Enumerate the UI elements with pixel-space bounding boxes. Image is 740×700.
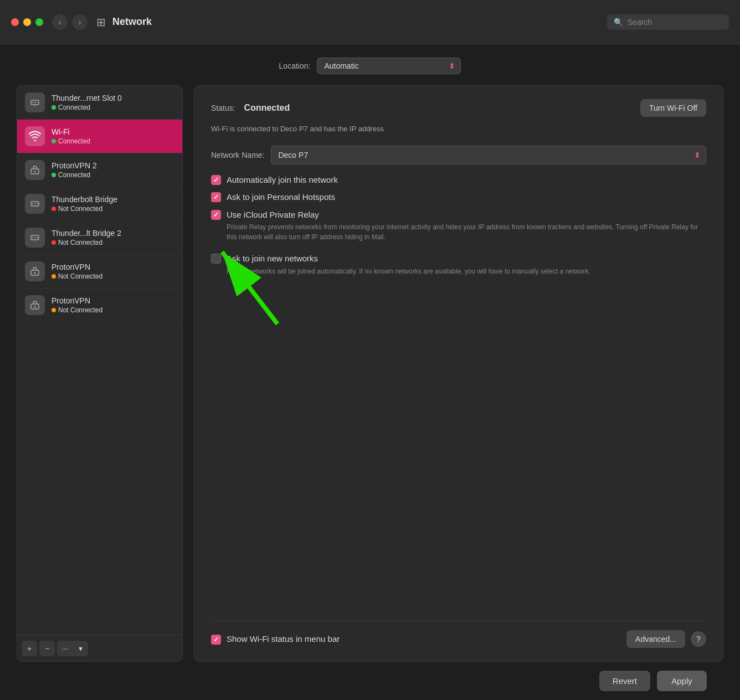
search-input[interactable]	[628, 18, 722, 27]
network-name-label: Network Name:	[211, 151, 264, 159]
revert-button[interactable]: Revert	[599, 671, 650, 691]
thunderbolt-bridge2-status: Not Connected	[52, 239, 174, 246]
checkmark: ✓	[213, 211, 219, 219]
add-network-button[interactable]: +	[22, 641, 37, 656]
show-wifi-checkbox[interactable]: ✓	[211, 635, 221, 645]
network-info-wifi: Wi-Fi Connected	[52, 127, 174, 145]
protonvpn3-name: ProtonVPN	[52, 296, 174, 305]
network-name-select-wrapper: Deco P7	[271, 146, 706, 164]
svg-point-16	[34, 272, 36, 274]
protonvpn3-status: Not Connected	[52, 306, 174, 314]
protonvpn3-info: ProtonVPN Not Connected	[52, 296, 174, 314]
network-name: Thunder...rnet Slot 0	[52, 94, 174, 102]
thunderbolt-bridge-info: Thunderbolt Bridge Not Connected	[52, 195, 174, 213]
ethernet-icon	[25, 92, 45, 112]
more-options-button[interactable]: ···	[57, 641, 73, 656]
location-label: Location:	[279, 61, 311, 70]
bridge2-icon	[25, 228, 45, 248]
two-col-layout: Thunder...rnet Slot 0 Connected	[17, 85, 723, 662]
status-text: Connected	[58, 104, 90, 111]
auto-join-row: ✓ Automatically join this network	[211, 174, 706, 186]
ask-new-networks-label-group: Ask to join new networks Known networks …	[227, 253, 590, 276]
icloud-relay-checkbox[interactable]: ✓	[211, 210, 221, 220]
sidebar-item-thunderbolt-bridge[interactable]: Thunderbolt Bridge Not Connected	[17, 187, 182, 221]
protonvpn-status-text: Not Connected	[58, 272, 102, 280]
apply-button[interactable]: Apply	[657, 671, 707, 691]
wifi-status: Connected	[52, 137, 174, 145]
sidebar-item-protonvpn2[interactable]: ProtonVPN 2 Connected	[17, 153, 182, 187]
status-dot-red	[52, 240, 56, 245]
icloud-relay-row: ✓ Use iCloud Private Relay Private Relay…	[211, 209, 706, 243]
search-box: 🔍	[607, 14, 729, 30]
bridge-icon	[25, 194, 45, 214]
sidebar-item-protonvpn3[interactable]: ProtonVPN Not Connected	[17, 289, 182, 322]
vpn3-icon	[25, 295, 45, 315]
thunderbolt-bridge-status: Not Connected	[52, 205, 174, 213]
grid-icon: ⊞	[96, 16, 106, 29]
advanced-button[interactable]: Advanced...	[626, 630, 685, 648]
personal-hotspot-checkbox[interactable]: ✓	[211, 192, 221, 202]
maximize-button[interactable]	[35, 18, 43, 26]
window-title: Network	[112, 16, 607, 28]
sidebar-bottom: + − ··· ▾	[17, 635, 182, 661]
footer: Revert Apply	[17, 662, 723, 700]
vpn-icon	[25, 160, 45, 180]
vpn2-icon	[25, 261, 45, 281]
personal-hotspot-row: ✓ Ask to join Personal Hotspots	[211, 192, 706, 203]
wifi-network-name: Wi-Fi	[52, 127, 174, 136]
auto-join-checkbox[interactable]: ✓	[211, 175, 221, 185]
status-row: Status: Connected Turn Wi-Fi Off	[211, 99, 706, 117]
network-name-select[interactable]: Deco P7	[271, 146, 706, 164]
thunderbolt-bridge2-info: Thunder...lt Bridge 2 Not Connected	[52, 229, 174, 246]
network-list: Thunder...rnet Slot 0 Connected	[17, 86, 182, 635]
protonvpn-status: Not Connected	[52, 272, 174, 280]
titlebar: ‹ › ⊞ Network 🔍	[0, 0, 740, 44]
thunderbolt-bridge2-status-text: Not Connected	[58, 239, 102, 246]
location-select[interactable]: Automatic	[317, 58, 461, 74]
sidebar-item-thunderbolt-slot0[interactable]: Thunder...rnet Slot 0 Connected	[17, 86, 182, 120]
turn-wifi-button[interactable]: Turn Wi-Fi Off	[640, 99, 706, 117]
icloud-relay-label: Use iCloud Private Relay	[227, 209, 706, 220]
search-icon: 🔍	[614, 18, 623, 27]
status-dot-green	[52, 139, 56, 143]
sidebar-item-thunderbolt-bridge2[interactable]: Thunder...lt Bridge 2 Not Connected	[17, 221, 182, 255]
status-dot-red	[52, 207, 56, 211]
network-name-row: Network Name: Deco P7	[211, 146, 706, 164]
icloud-relay-desc: Private Relay prevents networks from mon…	[227, 222, 706, 242]
bottom-buttons: Advanced... ?	[626, 630, 706, 648]
location-bar: Location: Automatic	[17, 58, 723, 74]
remove-network-button[interactable]: −	[39, 641, 55, 656]
ask-new-networks-checkbox[interactable]	[211, 254, 221, 264]
back-button[interactable]: ‹	[52, 14, 68, 30]
protonvpn2-name: ProtonVPN 2	[52, 161, 174, 170]
status-dot-orange	[52, 308, 56, 312]
personal-hotspot-label: Ask to join Personal Hotspots	[227, 192, 335, 203]
sidebar-item-wifi[interactable]: Wi-Fi Connected	[17, 120, 182, 153]
sidebar-item-protonvpn[interactable]: ProtonVPN Not Connected	[17, 255, 182, 289]
network-status: Connected	[52, 104, 174, 111]
ask-new-networks-row: Ask to join new networks Known networks …	[211, 253, 706, 276]
show-wifi-label: Show Wi-Fi status in menu bar	[227, 634, 340, 645]
protonvpn2-info: ProtonVPN 2 Connected	[52, 161, 174, 179]
close-button[interactable]	[11, 18, 19, 26]
auto-join-label: Automatically join this network	[227, 174, 338, 186]
location-select-wrapper: Automatic	[317, 58, 461, 74]
minimize-button[interactable]	[23, 18, 31, 26]
checkmark: ✓	[213, 176, 219, 184]
main-content: Location: Automatic	[0, 44, 740, 700]
more-options-chevron[interactable]: ▾	[73, 641, 88, 656]
checkmark: ✓	[213, 636, 219, 644]
show-wifi-row: ✓ Show Wi-Fi status in menu bar	[211, 634, 620, 645]
help-button[interactable]: ?	[691, 631, 706, 647]
thunderbolt-bridge2-name: Thunder...lt Bridge 2	[52, 229, 174, 238]
network-info: Thunder...rnet Slot 0 Connected	[52, 94, 174, 111]
forward-button[interactable]: ›	[72, 14, 88, 30]
network-sidebar: Thunder...rnet Slot 0 Connected	[17, 85, 183, 662]
status-label: Status:	[211, 104, 235, 112]
thunderbolt-bridge-name: Thunderbolt Bridge	[52, 195, 174, 204]
traffic-lights	[11, 18, 43, 26]
protonvpn-info: ProtonVPN Not Connected	[52, 262, 174, 280]
more-options-group: ··· ▾	[57, 641, 88, 656]
status-dot-green	[52, 105, 56, 110]
personal-hotspot-label-group: Ask to join Personal Hotspots	[227, 192, 335, 203]
